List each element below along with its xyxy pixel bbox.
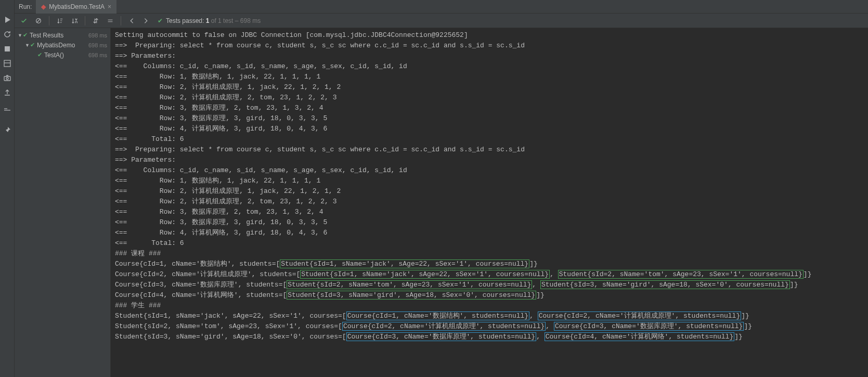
tests-status: ✔ Tests passed: 1 of 1 test – 698 ms (158, 17, 261, 24)
highlight-student: Student{sId=2, sName='tom', sAge=23, sSe… (558, 270, 804, 279)
toolbar-sep (49, 16, 49, 25)
main-area: Run: ◆ MybatisDemo.TestA × (15, 0, 868, 377)
tree-node-label: Test Results (30, 32, 88, 39)
check-icon: ✔ (23, 32, 28, 38)
sort-alpha-icon[interactable] (68, 15, 81, 27)
export-icon[interactable] (3, 88, 11, 97)
tree-node-time: 698 ms (88, 52, 107, 58)
body-split: ▼ ✔ Test Results 698 ms ▼ ✔ MybatisDemo … (15, 28, 868, 377)
prev-icon[interactable] (125, 15, 138, 27)
status-time: – 698 ms (235, 17, 261, 24)
console-line: <== Row: 1, 数据结构, 1, jack, 22, 1, 1, 1, … (115, 72, 864, 82)
console-line: ==> Preparing: select * from course c, s… (115, 41, 864, 51)
svg-point-4 (6, 77, 8, 80)
console-line: <== Row: 3, 数据库原理, 2, tom, 23, 1, 3, 2, … (115, 103, 864, 113)
status-prefix: Tests passed: (166, 17, 204, 24)
console-line: Student{sId=3, sName='gird', sAge=18, sS… (115, 332, 864, 342)
svg-rect-3 (4, 76, 10, 81)
console-line: Course{cId=3, cName='数据库原理', students=[S… (115, 280, 864, 290)
console-line: <== Row: 3, 数据库原理, 3, gird, 18, 0, 3, 3,… (115, 113, 864, 124)
console-line: ### 课程 ### (115, 249, 864, 259)
console-line: <== Row: 4, 计算机网络, 3, gird, 18, 0, 4, 3,… (115, 124, 864, 134)
console-line: Student{sId=2, sName='tom', sAge=23, sSe… (115, 321, 864, 332)
chevron-down-icon[interactable]: ▼ (18, 33, 23, 38)
tree-node[interactable]: ▼ ✔ MybatisDemo 698 ms (15, 40, 110, 50)
highlight-course: Course{cId=4, cName='计算机网络', students=nu… (545, 332, 734, 341)
rerun-icon[interactable] (3, 30, 11, 38)
console-line: <== Row: 1, 数据结构, 1, jack, 22, 1, 1, 1, … (115, 176, 864, 186)
console-line: <== Row: 3, 数据库原理, 3, gird, 18, 0, 3, 3,… (115, 217, 864, 228)
console-line: Setting autocommit to false on JDBC Conn… (115, 30, 864, 41)
test-toolbar: ✔ Tests passed: 1 of 1 test – 698 ms (15, 14, 868, 28)
console-line: ==> Parameters: (115, 51, 864, 61)
console-output[interactable]: Setting autocommit to false on JDBC Conn… (111, 28, 868, 377)
test-tree: ▼ ✔ Test Results 698 ms ▼ ✔ MybatisDemo … (15, 28, 111, 377)
toolbar-sep (121, 16, 121, 25)
run-header: Run: ◆ MybatisDemo.TestA × (15, 0, 868, 14)
run-tab-label: MybatisDemo.TestA (49, 3, 105, 10)
highlight-course: Course{cId=2, cName='计算机组成原理', students=… (342, 322, 546, 331)
run-tab[interactable]: ◆ MybatisDemo.TestA × (36, 0, 116, 14)
collapse-icon[interactable] (104, 15, 116, 27)
console-line: ### 学生 ### (115, 301, 864, 311)
highlight-course: Course{cId=1, cName='数据结构', students=nul… (346, 311, 529, 320)
check-icon: ✔ (30, 42, 35, 48)
tree-node-time: 698 ms (88, 32, 107, 38)
check-icon[interactable] (18, 15, 30, 27)
chevron-down-icon[interactable]: ▼ (25, 43, 30, 48)
tree-root[interactable]: ▼ ✔ Test Results 698 ms (15, 30, 110, 40)
console-line: Student{sId=1, sName='jack', sAge=22, sS… (115, 311, 864, 321)
ide-left-gutter (0, 0, 15, 377)
divider-icon (3, 106, 11, 114)
console-line: <== Row: 4, 计算机网络, 3, gird, 18, 0, 4, 3,… (115, 228, 864, 238)
tree-node-label: TestA() (44, 51, 88, 59)
svg-line-8 (37, 19, 41, 22)
run-config-icon: ◆ (41, 3, 46, 10)
highlight-student: Student{sId=1, sName='jack', sAge=22, sS… (300, 270, 550, 279)
check-icon: ✔ (37, 51, 42, 58)
svg-rect-1 (4, 60, 10, 67)
console-line: <== Total: 6 (115, 134, 864, 145)
console-line: <== Row: 2, 计算机组成原理, 1, jack, 22, 1, 2, … (115, 186, 864, 197)
toolbar-sep (85, 16, 85, 25)
svg-rect-0 (5, 46, 10, 51)
stop-icon[interactable] (3, 45, 11, 53)
expand-icon[interactable] (89, 15, 102, 27)
highlight-course: Course{cId=2, cName='计算机组成原理', students=… (538, 311, 741, 320)
disabled-icon[interactable] (32, 15, 45, 27)
sort-down-icon[interactable] (54, 15, 66, 27)
highlight-student: Student{sId=2, sName='tom', sAge=23, sSe… (287, 280, 532, 289)
console-line: Course{cId=1, cName='数据结构', students=[St… (115, 259, 864, 269)
console-line: <== Row: 2, 计算机组成原理, 1, jack, 22, 1, 2, … (115, 82, 864, 93)
camera-icon[interactable] (3, 74, 11, 82)
pin-icon[interactable] (3, 126, 11, 134)
tree-leaf[interactable]: ✔ TestA() 698 ms (15, 50, 110, 60)
layout-icon[interactable] (3, 59, 11, 68)
status-of: of 1 test (211, 17, 234, 24)
console-line: ==> Preparing: select * from course c, s… (115, 145, 864, 155)
next-icon[interactable] (140, 15, 152, 27)
console-line: <== Columns: c_id, c_name, s_id, s_name,… (115, 61, 864, 72)
run-label: Run: (15, 3, 36, 10)
tree-node-time: 698 ms (88, 42, 107, 48)
highlight-course: Course{cId=3, cName='数据库原理', students=nu… (554, 322, 744, 331)
console-line: <== Columns: c_id, c_name, s_id, s_name,… (115, 165, 864, 176)
close-icon[interactable]: × (108, 3, 111, 10)
console-line: Course{cId=2, cName='计算机组成原理', students=… (115, 269, 864, 280)
console-line: ==> Parameters: (115, 155, 864, 165)
tree-node-label: MybatisDemo (37, 42, 88, 49)
highlight-student: Student{sId=3, sName='gird', sAge=18, sS… (287, 291, 536, 300)
console-line: <== Total: 6 (115, 238, 864, 249)
highlight-course: Course{cId=3, cName='数据库原理', students=nu… (346, 332, 536, 341)
status-count: 1 (206, 17, 210, 24)
console-line: Course{cId=4, cName='计算机网络', students=[S… (115, 290, 864, 301)
run-icon[interactable] (3, 16, 11, 24)
highlight-student: Student{sId=3, sName='gird', sAge=18, sS… (540, 280, 790, 289)
console-line: <== Row: 2, 计算机组成原理, 2, tom, 23, 1, 2, 2… (115, 93, 864, 103)
console-line: <== Row: 3, 数据库原理, 2, tom, 23, 1, 3, 2, … (115, 207, 864, 217)
highlight-student: Student{sId=1, sName='jack', sAge=22, sS… (280, 259, 529, 268)
check-icon: ✔ (158, 17, 163, 24)
console-line: <== Row: 2, 计算机组成原理, 2, tom, 23, 1, 2, 2… (115, 197, 864, 207)
